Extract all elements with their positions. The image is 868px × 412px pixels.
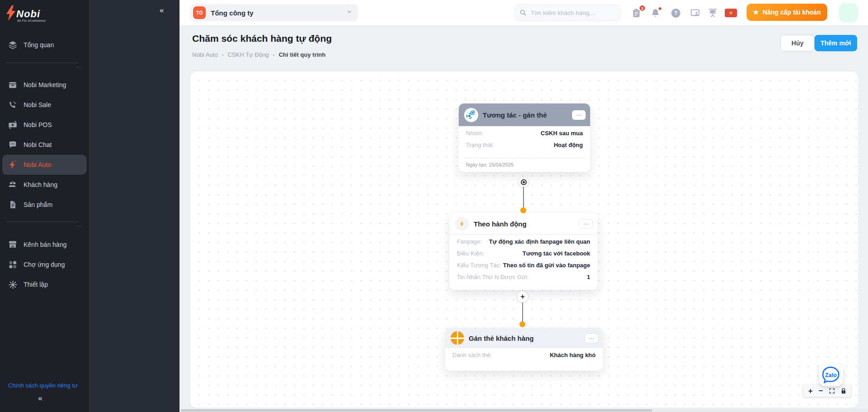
- zoom-out-button[interactable]: −: [819, 387, 823, 395]
- company-name: Tổng công ty: [211, 9, 253, 17]
- node-title: Gán thẻ khách hàng: [469, 334, 533, 342]
- sidebar-item-tong-quan[interactable]: Tổng quan: [0, 36, 89, 54]
- star-icon: ★: [753, 8, 759, 16]
- flow-node-tuong-tac-gan-the[interactable]: Tương tác - gán thẻ ⋯ Nhóm:CSKH sau mua …: [459, 103, 590, 172]
- search-input[interactable]: [530, 9, 611, 17]
- node-row: Nhóm:CSKH sau mua: [466, 130, 583, 142]
- add-new-button[interactable]: Thêm mới: [815, 35, 857, 51]
- sidebar-item-label: Nobi Auto: [24, 161, 51, 168]
- sidebar-item-cho-ung-dung[interactable]: Chợ ứng dụng: [0, 255, 89, 274]
- add-node-button[interactable]: +: [517, 291, 528, 302]
- sidebar-item-thiet-lap[interactable]: Thiết lập: [0, 275, 89, 294]
- breadcrumb: Nobi Auto • CSKH Tự Động • Chi tiết quy …: [192, 51, 325, 58]
- node-header: Tương tác - gán thẻ ⋯: [459, 103, 590, 126]
- zalo-chat-button[interactable]: Zalo: [819, 364, 843, 386]
- vietnam-flag-icon[interactable]: ★: [725, 9, 737, 17]
- chat-bubble-icon: [8, 140, 18, 150]
- sidebar-item-nobi-marketing[interactable]: Nobi Marketing: [0, 76, 89, 94]
- sidebar-item-san-pham[interactable]: Sản phẩm: [0, 196, 89, 214]
- lightning-icon: [455, 217, 469, 231]
- document-icon: [8, 200, 18, 210]
- node-body: Danh sách thẻ:Khách hàng khó: [445, 348, 603, 371]
- notification-dot: [658, 6, 662, 11]
- zalo-label: Zalo: [825, 372, 837, 378]
- tag-pie-icon: [451, 331, 464, 345]
- privacy-policy-link[interactable]: Chính sách quyền riêng tư: [8, 382, 78, 389]
- apps-grid-icon: [8, 260, 18, 270]
- node-row: Danh sách thẻ:Khách hàng khó: [452, 352, 596, 363]
- sidebar-item-nobi-chat[interactable]: Nobi Chat: [0, 136, 89, 154]
- sidebar-item-nobi-pos[interactable]: Nobi POS: [0, 116, 89, 134]
- projector-screen-icon[interactable]: [708, 8, 718, 19]
- logo-tagline: All For eCommerce: [17, 19, 46, 22]
- screen-share-icon[interactable]: [690, 8, 701, 19]
- node-menu-button[interactable]: ⋯: [585, 334, 598, 343]
- node-menu-button[interactable]: ⋯: [572, 110, 586, 120]
- node-title: Theo hành động: [474, 220, 527, 228]
- divider-dots-icon: ⋯: [76, 223, 82, 229]
- connector-source-handle[interactable]: [519, 177, 529, 187]
- horizontal-scrollbar: [179, 409, 868, 412]
- storefront-icon: [8, 240, 18, 250]
- user-avatar[interactable]: [839, 3, 858, 22]
- logo-bolt-icon: [6, 5, 15, 21]
- cancel-button[interactable]: Hủy: [781, 35, 815, 51]
- node-row: Kiểu Tương Tác:Theo số tin đã gửi vào fa…: [457, 262, 590, 274]
- breadcrumb-item[interactable]: CSKH Tự Động: [228, 51, 269, 58]
- node-body: Nhóm:CSKH sau mua Trạng thái:Hoạt động: [459, 126, 590, 156]
- node-footer: Ngày tạo: 15/04/2025: [459, 158, 590, 172]
- sidebar-item-label: Sản phẩm: [24, 201, 53, 208]
- top-bar: TỔ Tổng công ty 2 ? ★ ★ Nâng cấp tài kho…: [179, 0, 868, 26]
- node-header: Theo hành động ⋯: [450, 213, 597, 235]
- sidebar-item-label: Nobi Sale: [24, 101, 51, 108]
- upgrade-account-button[interactable]: ★ Nâng cấp tài khoản: [747, 4, 827, 21]
- breadcrumb-item[interactable]: Nobi Auto: [192, 51, 218, 58]
- sidebar-item-nobi-sale[interactable]: Nobi Sale: [0, 96, 89, 114]
- divider: [6, 221, 79, 222]
- collapse-panel-icon[interactable]: «: [160, 6, 164, 15]
- banknote-icon: [8, 120, 18, 130]
- users-icon: [8, 180, 18, 190]
- node-menu-button[interactable]: ⋯: [579, 219, 593, 229]
- connector-target-dot[interactable]: [520, 207, 526, 213]
- connector-line: [522, 303, 523, 322]
- scrollbar-thumb[interactable]: [181, 409, 652, 412]
- sidebar-item-kenh-ban-hang[interactable]: Kênh bán hàng: [0, 235, 89, 254]
- connector-target-dot[interactable]: [519, 321, 525, 327]
- sidebar-item-label: Chợ ứng dụng: [24, 261, 65, 268]
- node-body: Fanpage:Tự động xác định fanpage liên qu…: [450, 235, 597, 290]
- flow-canvas[interactable]: Tương tác - gán thẻ ⋯ Nhóm:CSKH sau mua …: [190, 72, 858, 407]
- clipboard-icon[interactable]: 2: [631, 8, 642, 19]
- collapse-sidebar-icon[interactable]: «: [38, 394, 42, 403]
- gear-icon: [8, 280, 18, 289]
- breadcrumb-separator: •: [222, 52, 223, 58]
- company-select[interactable]: TỔ Tổng công ty: [190, 4, 358, 21]
- bell-icon[interactable]: [650, 8, 661, 19]
- chevron-down-icon: [346, 9, 353, 17]
- sidebar-item-label: Khách hàng: [24, 181, 58, 188]
- lock-icon[interactable]: [841, 388, 846, 394]
- nobi-logo[interactable]: Nobi All For eCommerce: [6, 5, 46, 22]
- node-row: Trạng thái:Hoạt động: [466, 142, 583, 153]
- sidebar-item-label: Nobi Chat: [24, 141, 52, 148]
- node-title: Tương tác - gán thẻ: [483, 111, 547, 119]
- connector-line: [523, 187, 524, 207]
- help-icon[interactable]: ?: [670, 8, 681, 19]
- fit-view-icon[interactable]: [829, 388, 835, 394]
- breadcrumb-current: Chi tiết quy trình: [279, 51, 325, 58]
- primary-sidebar: Nobi All For eCommerce Tổng quan ⋯ Nobi …: [0, 0, 89, 412]
- flow-node-gan-the-khach-hang[interactable]: Gán thẻ khách hàng ⋯ Danh sách thẻ:Khách…: [445, 328, 603, 371]
- layers-icon: [8, 40, 18, 50]
- sidebar-item-khach-hang[interactable]: Khách hàng: [0, 176, 89, 194]
- node-header: Gán thẻ khách hàng ⋯: [445, 328, 603, 348]
- search-box: [514, 4, 621, 21]
- company-avatar: TỔ: [193, 6, 206, 19]
- bolt-icon: [8, 160, 18, 170]
- breadcrumb-separator: •: [273, 52, 275, 58]
- zoom-in-button[interactable]: +: [808, 387, 813, 395]
- sidebar-item-label: Tổng quan: [24, 41, 54, 49]
- flow-node-theo-hanh-dong[interactable]: Theo hành động ⋯ Fanpage:Tự động xác địn…: [450, 213, 597, 290]
- sidebar-item-label: Thiết lập: [24, 281, 48, 288]
- page-title: Chăm sóc khách hàng tự động: [192, 33, 332, 44]
- sidebar-item-nobi-auto[interactable]: Nobi Auto: [0, 156, 89, 174]
